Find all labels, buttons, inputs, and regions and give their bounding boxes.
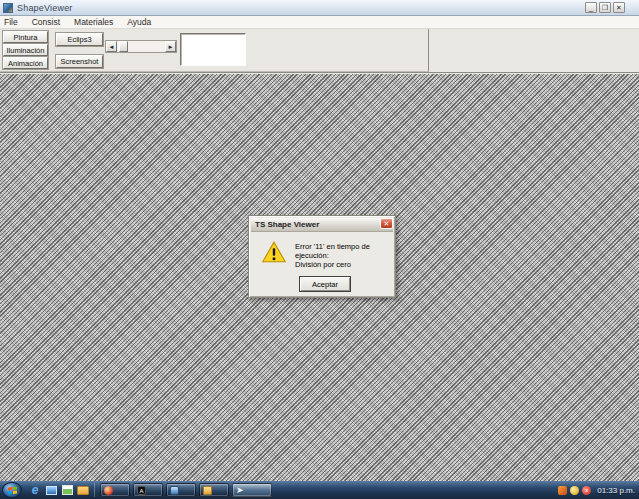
terminal-icon: A — [137, 486, 146, 495]
error-message-line1: Error '11' en tiempo de ejecución: — [295, 242, 393, 260]
menu-item-consist[interactable]: Consist — [32, 17, 60, 27]
scrollbar-thumb[interactable] — [119, 41, 128, 52]
animacion-button[interactable]: Animación — [3, 57, 48, 69]
shape-listbox[interactable] — [180, 33, 246, 66]
tray-app-icon[interactable] — [558, 486, 567, 495]
taskbar-separator — [94, 483, 95, 497]
dialog-body: Error '11' en tiempo de ejecución: Divis… — [251, 232, 393, 295]
aceptar-button[interactable]: Aceptar — [299, 276, 351, 292]
toolbar-panel: Pintura Iluminación Animación Eclips3 Sc… — [0, 29, 429, 72]
quick-launch: e — [29, 484, 89, 496]
folder-icon[interactable] — [77, 484, 89, 496]
app-icon — [3, 3, 13, 13]
menu-item-file[interactable]: File — [4, 17, 18, 27]
desktop: ShapeViewer _ ❐ ✕ File Consist Materiale… — [0, 0, 639, 499]
eclips3-button[interactable]: Eclips3 — [56, 33, 103, 46]
taskbar: e A ➤ x 01:33 p.m. — [0, 481, 639, 499]
scroll-right-arrow-icon[interactable]: ► — [165, 41, 176, 52]
screenshot-button[interactable]: Screenshot — [56, 55, 103, 68]
taskbar-clock[interactable]: 01:33 p.m. — [597, 486, 635, 495]
task-button-explorer[interactable] — [166, 483, 196, 497]
error-message-line2: División por cero — [295, 260, 351, 269]
window-title: ShapeViewer — [17, 3, 73, 13]
dialog-title: TS Shape Viewer — [255, 220, 319, 229]
toolbar: Pintura Iluminación Animación Eclips3 Sc… — [0, 29, 639, 73]
task-button-documents[interactable] — [199, 483, 229, 497]
frame-scrollbar[interactable]: ◄ ► — [105, 40, 177, 53]
task-button-browser[interactable] — [100, 483, 130, 497]
window-icon — [170, 486, 179, 495]
windows-flag-icon — [8, 486, 17, 494]
cursor-icon: ➤ — [236, 486, 245, 495]
minimize-button[interactable]: _ — [585, 2, 597, 13]
error-dialog: TS Shape Viewer ✕ Error '11' en tiempo d… — [248, 215, 396, 298]
browser-icon[interactable]: e — [29, 484, 41, 496]
app-title-bar: ShapeViewer _ ❐ ✕ — [0, 0, 639, 16]
task-button-shapeviewer-active[interactable]: ➤ — [232, 483, 272, 497]
tray-close-icon[interactable]: x — [582, 486, 591, 495]
warning-icon — [262, 241, 286, 263]
close-button[interactable]: ✕ — [613, 2, 625, 13]
task-button-terminal[interactable]: A — [133, 483, 163, 497]
restore-button[interactable]: ❐ — [599, 2, 611, 13]
folder-task-icon — [203, 486, 212, 495]
scroll-left-arrow-icon[interactable]: ◄ — [106, 41, 117, 52]
display-icon[interactable] — [45, 484, 57, 496]
menu-item-materiales[interactable]: Materiales — [74, 17, 113, 27]
tray-status-icon[interactable] — [570, 486, 579, 495]
system-tray: x 01:33 p.m. — [558, 486, 639, 495]
pintura-button[interactable]: Pintura — [3, 31, 48, 43]
globe-icon — [104, 486, 113, 495]
menu-item-ayuda[interactable]: Ayuda — [127, 17, 151, 27]
iluminacion-button[interactable]: Iluminación — [3, 44, 48, 56]
pictures-icon[interactable] — [61, 484, 73, 496]
start-button[interactable] — [2, 482, 22, 498]
dialog-title-bar[interactable]: TS Shape Viewer — [251, 218, 393, 232]
dialog-close-icon[interactable]: ✕ — [380, 218, 393, 229]
menu-bar: File Consist Materiales Ayuda — [0, 16, 639, 29]
